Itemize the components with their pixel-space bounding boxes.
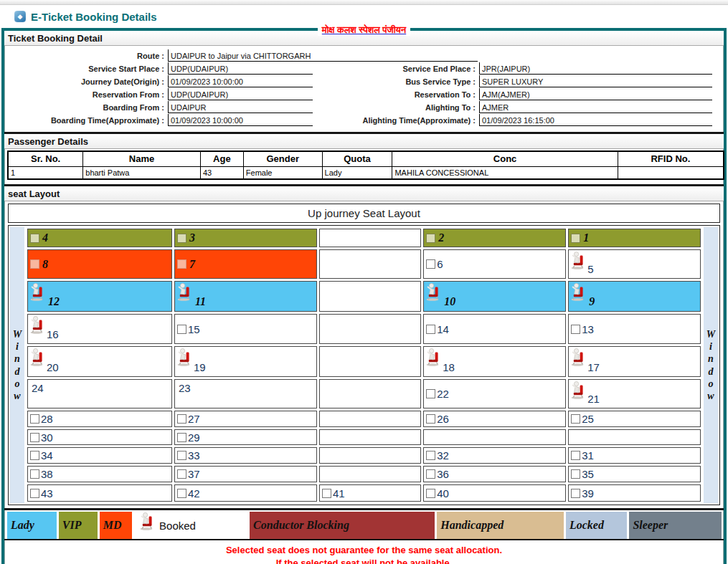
seat-cell-19: 19	[174, 346, 317, 377]
seat-cell-3: 3	[174, 229, 317, 247]
seat-cell-9: 9	[568, 281, 701, 312]
booked-seat-icon	[177, 283, 192, 304]
booked-seat-icon	[30, 316, 45, 337]
passenger-table: Sr. No.NameAgeGenderQuotaConcRFID No.1bh…	[7, 150, 724, 180]
seat-4-checkbox	[30, 234, 39, 243]
window-letter: w	[707, 390, 714, 402]
seat-22-checkbox[interactable]	[426, 389, 435, 398]
seat-number: 33	[188, 449, 200, 462]
seat-cell-41: 41	[319, 484, 421, 502]
seat-number: 14	[437, 323, 449, 335]
seat-number: 20	[47, 361, 59, 373]
window-letter: d	[709, 365, 714, 378]
booked-seat-icon	[140, 512, 155, 532]
seat-27-checkbox[interactable]	[177, 414, 186, 424]
seat-number: 4	[42, 231, 48, 244]
seat-34-checkbox[interactable]	[30, 451, 39, 460]
table-cell: MAHILA CONCESSIONAL	[392, 166, 618, 179]
seat-cell-40: 40	[423, 484, 566, 502]
seat-15-checkbox[interactable]	[177, 325, 186, 334]
seat-layout-container: Window 432187651211109161514132019181724…	[8, 225, 720, 505]
seat-14-checkbox[interactable]	[426, 325, 435, 334]
booked-seat-icon	[571, 283, 586, 304]
legend-label: Conductor Blocking	[253, 519, 349, 532]
seat-cell-15: 15	[174, 314, 317, 344]
seat-25-checkbox[interactable]	[571, 414, 580, 424]
seat-legend: LadyVIPMDBookedConductor BlockingHandica…	[7, 512, 724, 539]
seat-number: 43	[41, 487, 53, 500]
page-title: E-Ticket Booking Details	[31, 11, 157, 23]
legend-label: Locked	[569, 519, 604, 532]
booked-seat-icon	[30, 348, 45, 369]
seat-number: 1	[583, 231, 589, 244]
seat-number: 24	[32, 382, 44, 394]
column-header: Conc	[392, 151, 618, 166]
seat-38-checkbox[interactable]	[30, 469, 39, 479]
seat-cell-28: 28	[27, 411, 172, 427]
seat-28-checkbox[interactable]	[30, 414, 39, 424]
legend-label: Booked	[159, 520, 196, 532]
legend-booked: Booked	[134, 512, 212, 539]
seat-37-checkbox[interactable]	[177, 469, 186, 479]
seat-cell-14: 14	[423, 314, 566, 344]
seat-32-checkbox[interactable]	[426, 451, 435, 460]
seat-cell-10: 10	[423, 281, 566, 312]
window-letter: w	[14, 390, 20, 402]
seat-number: 8	[42, 258, 48, 271]
field-label-left-2: Reservation From :	[6, 88, 166, 100]
warning-line: Selected seat does not guarantee for the…	[4, 544, 724, 557]
seat-number: 39	[582, 487, 594, 500]
booked-seat-icon	[571, 252, 586, 272]
seat-number: 38	[41, 468, 53, 480]
seat-30-checkbox[interactable]	[30, 433, 39, 442]
seat-number: 30	[41, 431, 53, 444]
seat-33-checkbox[interactable]	[177, 451, 186, 460]
seat-cell-26: 26	[423, 411, 566, 427]
seat-13-checkbox[interactable]	[571, 325, 580, 334]
seat-cell-16: 16	[27, 314, 172, 344]
moksha-kalash-special-link[interactable]: मोक्ष कलश स्पेशल पंजीयन	[318, 24, 410, 36]
seat-cell-25: 25	[568, 411, 701, 427]
table-cell	[618, 166, 724, 179]
seat-2-checkbox	[426, 234, 435, 243]
section-title-passenger-details: Passenger Details	[4, 134, 724, 149]
table-cell: 1	[8, 166, 83, 179]
seat-42-checkbox[interactable]	[177, 489, 186, 498]
field-value-right-4: 01/09/2023 16:15:00	[479, 114, 712, 126]
seat-cell-17: 17	[568, 346, 701, 377]
booked-seat-icon	[426, 283, 441, 304]
empty-cell	[319, 447, 421, 464]
column-header: Quota	[322, 151, 392, 166]
legend-label: Handicapped	[440, 519, 504, 532]
field-label-right-0: Service End Place :	[314, 62, 478, 75]
booked-seat-icon	[426, 348, 441, 369]
empty-cell	[319, 346, 421, 377]
seat-cell-8: 8	[27, 249, 172, 279]
seat-40-checkbox[interactable]	[426, 489, 435, 498]
seat-39-checkbox[interactable]	[571, 489, 580, 498]
seat-cell-24: 24	[27, 379, 172, 408]
seat-26-checkbox[interactable]	[426, 414, 435, 424]
seat-cell-36: 36	[423, 466, 566, 482]
seat-cell-43: 43	[27, 484, 172, 502]
seat-36-checkbox[interactable]	[426, 469, 435, 479]
seat-number: 9	[589, 295, 595, 308]
legend-sleeper: Sleeper	[629, 512, 722, 539]
seat-cell-33: 33	[174, 447, 317, 464]
seat-6-checkbox[interactable]	[426, 259, 435, 269]
seat-number: 16	[47, 328, 59, 340]
seat-29-checkbox[interactable]	[177, 433, 186, 442]
seat-35-checkbox[interactable]	[571, 469, 580, 479]
seat-31-checkbox[interactable]	[571, 451, 580, 460]
legend-label: VIP	[62, 519, 82, 532]
seat-cell-23: 23	[174, 379, 317, 408]
section-title-seat-layout: seat Layout	[4, 186, 724, 201]
window-letter: o	[709, 378, 714, 390]
field-value-right-2: AJM(AJMER)	[479, 88, 712, 100]
seat-43-checkbox[interactable]	[30, 489, 39, 498]
field-value-route: UDAIPUR to Jaipur via CHITTORGARH	[168, 49, 478, 62]
field-label-route: Route :	[6, 49, 166, 62]
seat-number: 18	[443, 361, 455, 373]
seat-41-checkbox[interactable]	[322, 489, 331, 498]
seat-cell-21: 21	[568, 379, 701, 408]
